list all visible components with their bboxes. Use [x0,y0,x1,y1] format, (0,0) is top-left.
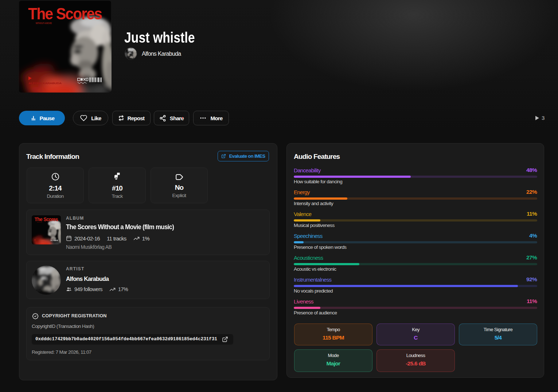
svg-text:ALFONS KARABUDA: ALFONS KARABUDA [35,241,45,242]
svg-text:WITHOUT A MOVIE: WITHOUT A MOVIE [37,222,42,223]
svg-text:WITHOUT A MOVIE: WITHOUT A MOVIE [36,22,52,24]
svg-text:The Scores: The Scores [28,4,102,23]
svg-text:ALFONS KARABUDA: ALFONS KARABUDA [28,82,62,85]
svg-text:The Scores: The Scores [35,216,58,222]
